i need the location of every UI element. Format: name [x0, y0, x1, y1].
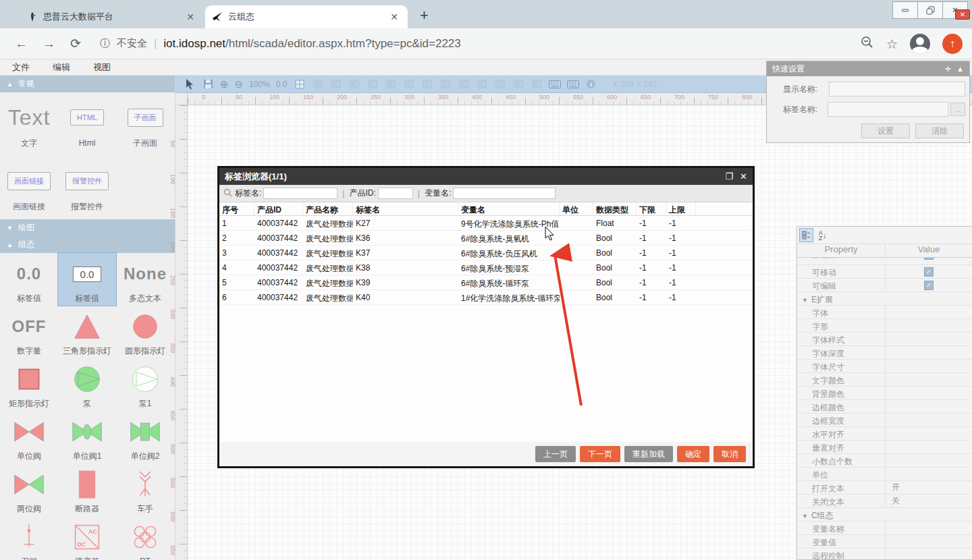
palette-item-车手[interactable]: 车手 — [116, 464, 174, 516]
tag-browse-button[interactable]: ... — [950, 103, 965, 116]
paste-icon[interactable] — [330, 78, 342, 90]
property-row-字体样式[interactable]: 字体样式 — [797, 333, 972, 346]
dialog-close-icon[interactable]: ✕ — [740, 171, 747, 181]
property-value[interactable] — [885, 400, 972, 413]
property-value[interactable]: 开 — [885, 481, 972, 494]
h-space-icon[interactable] — [512, 78, 524, 90]
tab-close-icon[interactable]: ✕ — [387, 11, 401, 22]
property-value[interactable] — [885, 454, 972, 467]
property-row-关闭文本[interactable]: 关闭文本关 — [797, 495, 972, 508]
table-row[interactable]: 6400037442废气处理数据采K401#化学洗涤除臭系统-循环泵Bool-1… — [219, 290, 753, 305]
property-row-变量值[interactable]: 变量值 — [797, 535, 972, 549]
property-row-背景颜色[interactable]: 背景颜色 — [797, 387, 972, 400]
copy-icon[interactable] — [312, 78, 324, 90]
align-right-icon[interactable] — [403, 78, 415, 90]
property-row-单位[interactable]: 单位 — [797, 468, 972, 481]
select-cursor-icon[interactable] — [184, 78, 196, 90]
property-row-可编辑[interactable]: 可编辑✓ — [797, 279, 972, 292]
align-top-icon[interactable] — [421, 78, 433, 90]
bookmark-star-icon[interactable]: ☆ — [886, 36, 898, 52]
property-value[interactable] — [885, 549, 972, 560]
same-width-icon[interactable] — [476, 78, 488, 90]
property-value[interactable] — [885, 508, 972, 521]
keyboard2-icon[interactable] — [567, 78, 579, 90]
property-value[interactable] — [885, 319, 972, 332]
new-tab-button[interactable]: + — [420, 7, 429, 24]
palette-item-标签值[interactable]: 0.0标签值 — [0, 253, 58, 306]
property-row-字体尺寸[interactable]: 字体尺寸 — [797, 360, 972, 373]
property-row-变量名称[interactable]: 变量名称 — [797, 522, 972, 535]
palette-item-三角形指示灯[interactable]: 三角形指示灯 — [58, 306, 116, 358]
section-header-3[interactable]: ▲组态 — [0, 236, 175, 253]
palette-item-单位阀2[interactable]: 单位阀2 — [116, 411, 174, 464]
table-row[interactable]: 5400037442废气处理数据采K396#除臭系统-循环泵Bool-1-1 — [219, 275, 753, 290]
window-minimize-button[interactable] — [892, 1, 918, 19]
display-name-input[interactable] — [829, 82, 965, 96]
property-value[interactable] — [885, 522, 972, 534]
property-row-打开文本[interactable]: 打开文本开 — [797, 481, 972, 495]
keyboard-icon[interactable] — [549, 78, 561, 90]
menu-item-1[interactable]: 文件 — [12, 61, 40, 74]
palette-item-数字量[interactable]: OFF数字量 — [0, 306, 58, 358]
browser-tab-1[interactable]: 思普云大数据平台 ✕ — [20, 5, 204, 28]
dialog-maximize-icon[interactable]: ❐ — [725, 171, 733, 181]
align-left-icon[interactable] — [367, 78, 379, 90]
property-row-E扩展[interactable]: ▼E扩展 — [797, 292, 972, 306]
search-icon[interactable] — [348, 78, 360, 90]
checkbox-checked-icon[interactable]: ✓ — [924, 258, 934, 260]
pin-icon[interactable]: ✛ — [945, 65, 951, 74]
url-field[interactable]: ⓘ 不安全 | iot.idosp.net/html/scada/editor.… — [100, 37, 461, 51]
save-icon[interactable] — [202, 78, 214, 90]
property-row-字体[interactable]: 字体 — [797, 306, 972, 319]
back-icon[interactable]: ← — [15, 36, 28, 51]
property-value[interactable] — [885, 373, 972, 386]
property-row-边框颜色[interactable]: 边框颜色 — [797, 400, 972, 414]
checkbox-checked-icon[interactable]: ✓ — [924, 267, 934, 277]
property-row-字形[interactable]: 字形 — [797, 319, 972, 333]
property-row-水平对齐[interactable]: 水平对齐 — [797, 427, 972, 441]
palette-item-RT[interactable]: RT — [116, 516, 174, 560]
property-value[interactable] — [885, 427, 972, 440]
profile-avatar[interactable] — [910, 34, 930, 54]
上一页-button[interactable]: 上一页 — [535, 446, 576, 462]
palette-item-圆形指示灯[interactable]: 圆形指示灯 — [116, 306, 174, 358]
tag-name-input[interactable] — [828, 102, 948, 117]
tab-close-icon[interactable]: ✕ — [184, 11, 197, 22]
palette-item-单位阀[interactable]: 单位阀 — [0, 411, 58, 464]
reload-icon[interactable]: ⟳ — [70, 36, 81, 51]
forward-icon[interactable]: → — [43, 36, 55, 51]
window-close-button[interactable]: ✕✕ — [942, 1, 968, 19]
palette-item-刀闸[interactable]: 刀闸 — [0, 516, 58, 560]
browser-update-icon[interactable]: ↑ — [942, 34, 963, 54]
property-value[interactable] — [885, 387, 972, 399]
确定-button[interactable]: 确定 — [677, 446, 709, 462]
property-value[interactable] — [885, 306, 972, 318]
collapse-icon[interactable]: ▲ — [956, 65, 964, 73]
table-row[interactable]: 4400037442废气处理数据采K386#除臭系统-预湿泵Bool-1-1 — [219, 260, 753, 275]
property-value[interactable] — [885, 535, 972, 548]
property-row-边框宽度[interactable]: 边框宽度 — [797, 414, 972, 427]
palette-item-两位阀[interactable]: 两位阀 — [0, 464, 58, 516]
window-restore-button[interactable] — [917, 1, 943, 19]
palette-item-标签值[interactable]: 0.0标签值 — [58, 253, 116, 306]
search-field-input-1[interactable] — [263, 188, 338, 199]
palette-item-画面链接[interactable]: 画面链接画面链接 — [0, 156, 58, 219]
palette-item-子画面[interactable]: 子画面子画面 — [116, 92, 174, 156]
align-bottom-icon[interactable] — [458, 78, 470, 90]
property-value[interactable] — [885, 346, 972, 359]
取消-button[interactable]: 取消 — [713, 446, 746, 462]
palette-item-泵1[interactable]: 泵1 — [116, 358, 174, 411]
categorize-icon[interactable] — [799, 228, 813, 242]
v-space-icon[interactable] — [531, 78, 543, 90]
page-info-icon[interactable]: ⓘ — [100, 37, 110, 50]
table-row[interactable]: 3400037442废气处理数据采K376#除臭系统-负压风机Bool-1-1 — [219, 246, 753, 260]
property-value[interactable] — [885, 333, 972, 345]
property-row-C组态[interactable]: ▼C组态 — [797, 508, 972, 522]
property-value[interactable] — [885, 414, 972, 426]
property-row-可选中[interactable]: 可选中✓ — [797, 258, 972, 265]
palette-item-泵[interactable]: 泵 — [58, 358, 116, 411]
checkbox-checked-icon[interactable]: ✓ — [924, 281, 934, 290]
property-value[interactable] — [885, 292, 972, 305]
property-value[interactable]: 关 — [885, 495, 972, 507]
palette-item-文字[interactable]: Text文字 — [0, 92, 58, 156]
